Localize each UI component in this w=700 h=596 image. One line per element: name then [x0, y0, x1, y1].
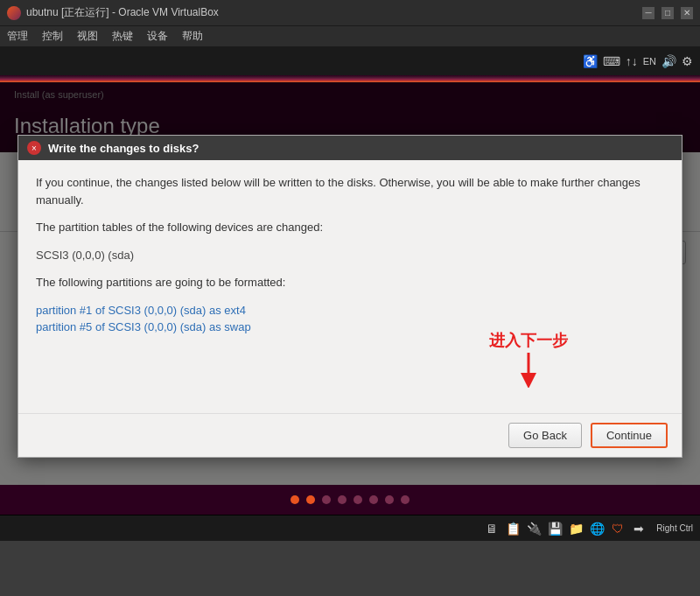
language-tray[interactable]: EN [643, 56, 656, 67]
maximize-button[interactable]: □ [662, 7, 674, 19]
partitions-label: The following partitions are going to be… [36, 274, 664, 291]
taskbar-icon-8[interactable]: ➡ [630, 520, 648, 537]
dialog-overlay: × Write the changes to disks? If you con… [0, 82, 700, 485]
go-back-button[interactable]: Go Back [508, 423, 582, 448]
partition-item-1: partition #1 of SCSI3 (0,0,0) (sda) as e… [36, 302, 664, 319]
annotation-arrow-icon [511, 353, 546, 388]
write-changes-dialog: × Write the changes to disks? If you con… [18, 135, 682, 458]
dialog-title: Write the changes to disks? [48, 142, 199, 155]
menu-control[interactable]: 控制 [42, 29, 63, 44]
device-item-1: SCSI3 (0,0,0) (sda) [36, 247, 664, 264]
vbox-icon [7, 6, 21, 20]
partition-tables-label: The partition tables of the following de… [36, 219, 664, 236]
menu-devices[interactable]: 设备 [147, 29, 168, 44]
device-list: SCSI3 (0,0,0) (sda) [36, 247, 664, 264]
keyboard-tray-icon[interactable]: ⌨ [603, 54, 620, 68]
taskbar-icon-3[interactable]: 🔌 [525, 520, 542, 537]
progress-dot-5 [354, 495, 362, 504]
window-title: ubutnu [正在运行] - Oracle VM VirtualBox [26, 5, 642, 20]
partition-item-2: partition #5 of SCSI3 (0,0,0) (sda) as s… [36, 319, 664, 336]
progress-dot-4 [338, 495, 346, 504]
menu-manage[interactable]: 管理 [7, 29, 28, 44]
menu-hotkey[interactable]: 热键 [112, 29, 133, 44]
partition-list: partition #1 of SCSI3 (0,0,0) (sda) as e… [36, 302, 664, 336]
annotation-area: 进入下一步 [36, 347, 664, 399]
menu-view[interactable]: 视图 [77, 29, 98, 44]
taskbar-icon-7[interactable]: 🛡 [609, 520, 626, 537]
window-controls: ─ □ ✕ [642, 7, 693, 19]
settings-tray-icon[interactable]: ⚙ [682, 54, 693, 68]
menu-help[interactable]: 帮助 [182, 29, 203, 44]
title-bar: ubutnu [正在运行] - Oracle VM VirtualBox ─ □… [0, 0, 700, 26]
taskbar-icon-5[interactable]: 📁 [567, 520, 584, 537]
taskbar-icon-2[interactable]: 📋 [504, 520, 522, 537]
dialog-body: If you continue, the changes listed belo… [18, 160, 682, 413]
progress-dot-6 [369, 495, 378, 504]
taskbar-icon-1[interactable]: 🖥 [483, 520, 500, 537]
progress-dot-8 [401, 495, 410, 504]
taskbar-icon-4[interactable]: 💾 [546, 520, 564, 537]
progress-dot-2 [306, 495, 315, 504]
dialog-close-button[interactable]: × [27, 141, 41, 155]
annotation: 进入下一步 [489, 329, 568, 393]
progress-dot-7 [385, 495, 394, 504]
gradient-bar [0, 75, 700, 82]
installer-main: Install (as superuser) Installation type… [0, 82, 700, 485]
dialog-titlebar: × Write the changes to disks? [18, 136, 682, 160]
taskbar: 🖥 📋 🔌 💾 📁 🌐 🛡 ➡ Right Ctrl [0, 515, 700, 541]
progress-dot-1 [290, 495, 299, 504]
volume-tray-icon[interactable]: 🔊 [662, 54, 676, 68]
system-tray: ♿ ⌨ ↑↓ EN 🔊 ⚙ [0, 47, 700, 75]
dialog-footer: Go Back Continue [18, 413, 682, 457]
network-tray-icon[interactable]: ↑↓ [626, 54, 638, 68]
menu-bar: 管理 控制 视图 热键 设备 帮助 [0, 26, 700, 47]
taskbar-icon-6[interactable]: 🌐 [588, 520, 606, 537]
continue-button[interactable]: Continue [591, 423, 668, 448]
progress-dot-3 [322, 495, 331, 504]
close-button[interactable]: ✕ [681, 7, 693, 19]
annotation-text: 进入下一步 [489, 332, 568, 349]
right-ctrl-label: Right Ctrl [656, 523, 693, 533]
minimize-button[interactable]: ─ [642, 7, 654, 19]
accessibility-tray-icon[interactable]: ♿ [583, 54, 598, 68]
dialog-body-line1: If you continue, the changes listed belo… [36, 174, 664, 208]
progress-area [0, 485, 700, 515]
